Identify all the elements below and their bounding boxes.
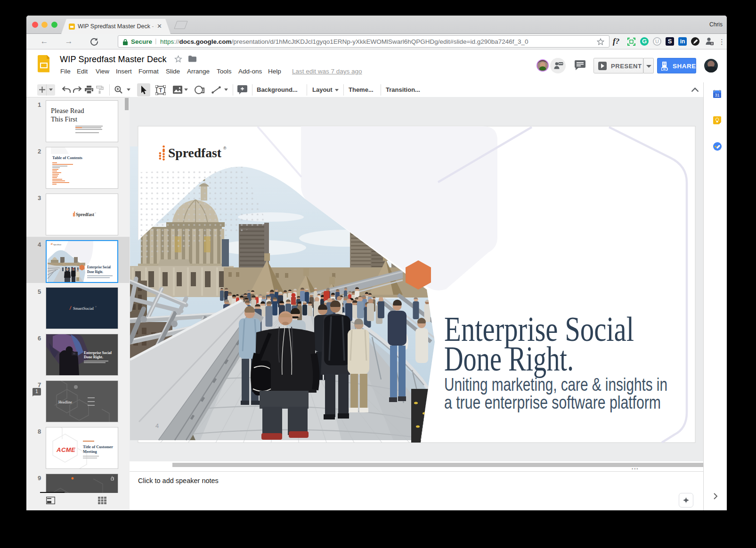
svg-text:Title of Customer: Title of Customer <box>83 444 113 449</box>
svg-text:Spredfast: Spredfast <box>76 212 95 217</box>
svg-text:Done Right.: Done Right. <box>444 340 574 378</box>
svg-text:SmartSocial: SmartSocial <box>73 306 94 311</box>
svg-text:Enterprise Social: Enterprise Social <box>87 265 111 269</box>
svg-text:Meeting: Meeting <box>83 449 97 454</box>
svg-text:Enterprise Social: Enterprise Social <box>84 351 112 355</box>
svg-text:4: 4 <box>155 422 159 429</box>
svg-text:®: ® <box>95 212 96 214</box>
svg-text:Please Read: Please Read <box>51 107 84 114</box>
svg-text:®: ® <box>223 146 227 151</box>
svg-text:Uniting marketing, care & insi: Uniting marketing, care & insights in <box>444 375 667 395</box>
svg-text:Spredfast: Spredfast <box>53 243 62 246</box>
svg-text:Table of Contents: Table of Contents <box>52 155 83 160</box>
svg-text:Headline: Headline <box>58 400 72 404</box>
svg-text:This First: This First <box>51 115 77 123</box>
svg-text:Spredfast: Spredfast <box>168 145 222 160</box>
svg-text:31: 31 <box>715 93 719 97</box>
svg-text:®: ® <box>95 306 97 308</box>
svg-text:ACME: ACME <box>56 446 75 453</box>
svg-text:T: T <box>159 87 163 94</box>
svg-text:Done Right.: Done Right. <box>84 355 103 359</box>
svg-text:Done Right.: Done Right. <box>87 269 103 274</box>
svg-text:a true enterprise software pla: a true enterprise software platform <box>444 393 661 412</box>
